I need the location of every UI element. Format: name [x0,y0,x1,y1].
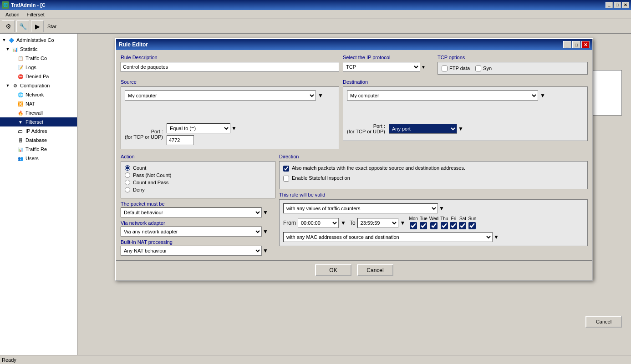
via-adapter-select[interactable]: Via any network adapter Specific adapter [121,227,262,237]
nat-label: Built-in NAT processing [121,239,275,245]
app-maximize-btn[interactable]: □ [614,2,621,8]
dialog-titlebar: Rule Editor _ □ ✕ [116,39,592,50]
traffic-counters-row: with any values of traffic counters with… [283,203,584,213]
dialog-minimize-btn[interactable]: _ [563,41,571,48]
also-match-checkbox[interactable] [283,166,289,172]
sidebar-label-logs: Logs [25,65,36,70]
day-wed-checkbox[interactable] [430,222,438,229]
traffic-counters-select[interactable]: with any values of traffic counters with… [283,203,438,213]
stateful-item: Enable Stateful Inspection [283,175,584,182]
toolbar-btn-settings[interactable]: ⚙ [2,20,15,32]
source-dropdown-row: My computer Any IP Address Network ▼ [125,91,335,101]
sidebar-item-denied[interactable]: ⛔ Denied Pa [0,72,77,81]
app-titlebar-buttons: _ □ ✕ [606,2,629,8]
sidebar-label-traffic: Traffic Co [25,56,47,61]
day-sat-checkbox[interactable] [459,222,466,229]
cancel-button[interactable]: Cancel [357,264,393,276]
nat-select[interactable]: Any NAT behaviour NAT source NAT destina… [121,246,262,256]
dest-select[interactable]: My computer Any IP Address Network [347,91,538,101]
from-to-days-row: From 00:00:00 ▼ To [283,216,584,229]
radio-count-pass-input[interactable] [125,180,130,185]
app-icon: 🌐 [2,1,9,9]
days-row: Mon Tue [409,216,476,229]
nat-arrow-icon: ▼ [263,248,268,254]
via-adapter-arrow-icon: ▼ [263,228,268,235]
from-select[interactable]: 00:00:00 [298,218,339,228]
source-port-comparison-select[interactable]: Equal to (=) Not equal to (!=) Less than… [167,123,230,133]
direction-section: Direction Also match packets with the ex… [279,154,588,189]
day-mon-checkbox[interactable] [410,222,417,229]
sidebar-item-ipaddress[interactable]: 🗃 IP Addres [0,126,77,136]
app-close-btn[interactable]: ✕ [622,2,629,8]
radio-pass-input[interactable] [125,172,130,178]
sidebar-label-config: Configuration [20,83,50,88]
source-select[interactable]: My computer Any IP Address Network [125,91,316,101]
dialog-content: Rule Description Select the IP protocol … [116,50,592,260]
app-minimize-btn[interactable]: _ [606,2,613,8]
toolbar-btn-play[interactable]: ▶ [31,20,44,32]
from-label: From [283,220,296,226]
dest-port-controls: Any port Equal to (=) Not equal to (!=) … [389,124,463,134]
packet-must-be-select[interactable]: Default behaviour Fragmented Not fragmen… [121,207,262,217]
sidebar-item-traffic-re[interactable]: 📊 Traffic Re [0,145,77,154]
rule-desc-input[interactable] [121,62,339,72]
sidebar-label-database: Database [25,137,47,143]
sidebar-item-traffic[interactable]: 📋 Traffic Co [0,54,77,63]
syn-item: Syn [475,65,492,71]
radio-deny: Deny [125,187,271,192]
logs-icon: 📝 [17,64,24,71]
sidebar-item-config[interactable]: ▼ ⚙ Configuration [0,81,77,90]
ip-protocol-select[interactable]: TCP UDP ICMP Any [343,62,420,72]
sidebar-item-admin[interactable]: ▼ 🔷 Administative Co [0,35,77,45]
firewall-icon: 🔥 [17,109,24,116]
radio-deny-input[interactable] [125,187,130,192]
syn-checkbox[interactable] [475,66,481,71]
denied-icon: ⛔ [17,73,24,80]
ipaddress-icon: 🗃 [17,127,24,135]
rule-desc-label: Rule Description [121,55,339,60]
rule-editor-dialog: Rule Editor _ □ ✕ Rule De [115,38,593,281]
day-sun-checkbox[interactable] [468,222,476,229]
stateful-label: Enable Stateful Inspection [292,175,350,181]
sidebar: ▼ 🔷 Administative Co ▼ 📊 Statistic 📋 Tra… [0,34,77,355]
day-tue-checkbox[interactable] [420,222,427,229]
mac-addresses-select[interactable]: with any MAC addresses of source and des… [283,232,493,242]
source-select-arrow-icon: ▼ [318,92,323,99]
ftp-data-checkbox[interactable] [442,66,448,71]
sidebar-label-admin: Administative Co [16,37,54,43]
dialog-close-btn[interactable]: ✕ [581,41,590,48]
ip-protocol-section: Select the IP protocol TCP UDP ICMP Any … [343,55,434,75]
day-fri-checkbox[interactable] [450,222,457,229]
dest-port-comparison-select[interactable]: Any port Equal to (=) Not equal to (!=) [389,124,457,134]
dest-port-row: Port : (for TCP or UDP) Any port Equal t… [347,123,584,134]
sidebar-item-users[interactable]: 👥 Users [0,154,77,163]
sidebar-label-filterset: Filterset [25,119,43,125]
to-select[interactable]: 23:59:59 [357,218,398,228]
right-panel: c of my comp... Cancel Rule Editor _ [77,34,631,355]
sidebar-item-network[interactable]: 🌐 Network [0,90,77,99]
traffic-icon: 📋 [17,55,24,62]
sidebar-item-firewall[interactable]: 🔥 Firewall [0,108,77,117]
menu-action[interactable]: Action [2,11,23,18]
sidebar-item-statistic[interactable]: ▼ 📊 Statistic [0,45,77,54]
sidebar-item-logs[interactable]: 📝 Logs [0,63,77,72]
dest-dropdown-row: My computer Any IP Address Network ▼ [347,91,584,101]
radio-count-label: Count [133,165,146,171]
nat-icon: 🔀 [17,100,24,107]
sidebar-label-traffic-re: Traffic Re [25,147,47,152]
radio-count-input[interactable] [125,165,130,171]
source-port-value-input[interactable] [167,135,194,145]
toolbar-btn-tools[interactable]: 🔧 [16,20,29,32]
dialog-maximize-btn[interactable]: □ [572,41,580,48]
statistic-icon: 📊 [11,46,19,53]
sidebar-label-network: Network [25,92,44,97]
ok-button[interactable]: OK [315,264,351,276]
day-thu-checkbox[interactable] [441,222,448,229]
menu-filterset[interactable]: Filterset [23,11,48,18]
stateful-checkbox[interactable] [283,176,289,182]
sidebar-item-database[interactable]: 🗄 Database [0,136,77,145]
app-window: 🌐 TrafAdmin - [C _ □ ✕ Action Filterset … [0,0,631,364]
expand-icon: ▼ [2,38,6,42]
sidebar-item-filterset[interactable]: ▼ Filterset [0,117,77,126]
sidebar-item-nat[interactable]: 🔀 NAT [0,99,77,108]
